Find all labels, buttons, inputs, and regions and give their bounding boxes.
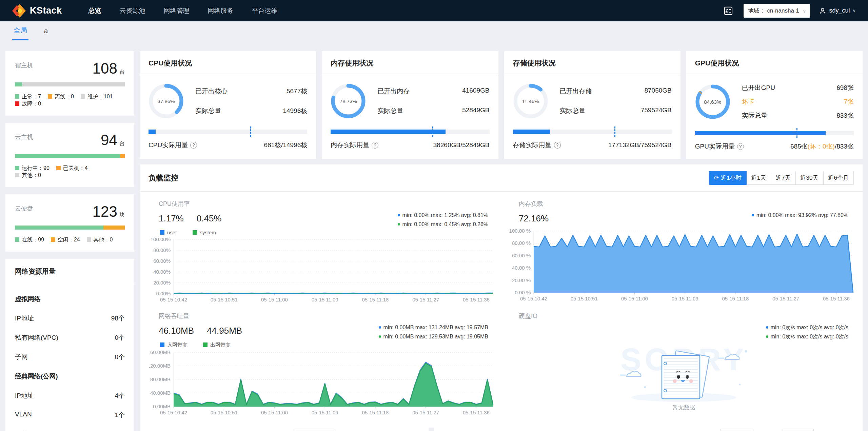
usage-threshold-marker: [614, 126, 615, 137]
chart-stats: min: 0次/s max: 0次/s avg: 0次/smin: 0次/s m…: [766, 323, 848, 341]
usage-row: 已开出内存41609GB: [377, 87, 489, 96]
checklist-icon-button[interactable]: [722, 4, 735, 17]
legend-offline[interactable]: 离线：0: [48, 93, 74, 100]
chart-legend-入网带宽[interactable]: 入网带宽: [160, 342, 188, 348]
legend-text: 其他：0: [22, 172, 41, 178]
net-row-value: 4个: [115, 391, 125, 400]
usage-progress-fill: [695, 131, 826, 135]
maintenance-swatch: [81, 94, 85, 99]
legend-text: 故障：0: [22, 101, 41, 106]
svg-text:80.00 %: 80.00 %: [512, 240, 531, 246]
range-1d[interactable]: 近1天: [746, 171, 771, 185]
usage-row: 实际总量833张: [742, 111, 854, 120]
help-icon[interactable]: ?: [737, 143, 744, 150]
nav-item-network-mgmt[interactable]: 网络管理: [164, 6, 190, 15]
chart-legend: 入网带宽出网带宽: [160, 342, 498, 348]
usage-footer-label: 存储实际用量: [513, 141, 552, 149]
usage-row: 已开出存储87050GB: [560, 87, 672, 96]
legend-fault[interactable]: 故障：0: [15, 100, 41, 107]
usage-row: 已开出核心5677核: [195, 87, 307, 96]
svg-text:40.00%: 40.00%: [153, 269, 171, 275]
svg-text:05-15 10:51: 05-15 10:51: [571, 296, 598, 301]
range-7d[interactable]: 近7天: [771, 171, 795, 185]
chart-plot: 100.00 %80.00 %60.00 %40.00 %20.00 %0.00…: [509, 228, 859, 304]
net-row: 私有网络(VPC)0个: [15, 333, 125, 342]
nav-item-cloud-pools[interactable]: 云资源池: [120, 6, 145, 15]
brand[interactable]: KStack: [12, 3, 62, 19]
usage-row-label: 实际总量: [742, 111, 768, 120]
partial-button[interactable]: [294, 429, 334, 431]
chart-cpu-usage: CPU使用率 1.17%0.45% min: 0.00% max: 1.25% …: [143, 195, 503, 307]
help-icon[interactable]: ?: [190, 142, 197, 149]
range-6m[interactable]: 近6个月: [823, 171, 854, 185]
svg-text:160.00MB: 160.00MB: [149, 349, 171, 355]
net-row-label: VLAN: [15, 411, 32, 419]
legend-maintenance[interactable]: 维护：101: [81, 93, 113, 100]
svg-text:05-15 11:00: 05-15 11:00: [261, 410, 288, 415]
status-bar: [15, 82, 125, 86]
usage-row: 坏卡7张: [742, 97, 854, 106]
chart-legend-system[interactable]: system: [193, 230, 216, 235]
legend-online[interactable]: 在线：99: [15, 236, 44, 243]
region-select[interactable]: 地域： cn-nansha-1 ∨: [744, 4, 810, 18]
nav-item-overview[interactable]: 总览: [88, 6, 101, 15]
svg-text:100.00%: 100.00%: [151, 236, 171, 242]
usage-progress-fill: [513, 130, 550, 134]
chart-legend-label: 出网带宽: [210, 342, 231, 348]
partial-button[interactable]: [721, 429, 753, 431]
svg-text:40.00 %: 40.00 %: [512, 265, 531, 271]
footer-value-part: 38260GB/52849GB: [433, 141, 490, 149]
legend-normal[interactable]: 正常：7: [15, 93, 41, 100]
svg-text:20.00%: 20.00%: [153, 280, 171, 286]
stat-text: min: 0.00% max: 1.25% avg: 0.81%: [402, 212, 488, 218]
legend-idle[interactable]: 空闲：24: [51, 236, 80, 243]
tab-global[interactable]: 全局: [12, 21, 28, 40]
net-row-label: IP地址: [15, 391, 34, 400]
usage-card-title: 存储使用状况: [504, 51, 680, 74]
svg-text:05-15 11:27: 05-15 11:27: [772, 296, 799, 301]
footer-value-part: 177132GB/759524GB: [608, 141, 672, 149]
user-menu[interactable]: sdy_cui ∨: [819, 7, 856, 15]
legend-stopped[interactable]: 已关机：4: [56, 165, 88, 172]
chart-legend-出网带宽[interactable]: 出网带宽: [203, 342, 231, 348]
plot-svg: 100.00%80.00%60.00%40.00%20.00%0.00%05-1…: [149, 236, 498, 304]
usage-footer-label-wrap: GPU实际用量?: [695, 142, 744, 151]
net-row: 子网0个: [15, 353, 125, 361]
partial-button[interactable]: [783, 429, 814, 431]
chart-legend-user[interactable]: user: [160, 230, 177, 235]
nav-item-platform-ops[interactable]: 平台运维: [252, 6, 278, 15]
usage-rows: 已开出内存41609GB实际总量52849GB: [377, 87, 489, 115]
stat-dot: [766, 326, 768, 329]
help-icon[interactable]: ?: [554, 142, 561, 149]
legend-other[interactable]: 其他：0: [15, 172, 41, 179]
range-30d[interactable]: 近30天: [795, 171, 824, 185]
legend-other[interactable]: 其他：0: [87, 236, 113, 243]
usage-row-value: 698张: [836, 83, 854, 92]
left-column: 宿主机 108台 正常：7离线：0维护：101故障：0 云主机 94台 运行中：…: [5, 51, 134, 431]
refresh-icon: ⟳: [714, 175, 719, 181]
tab-a[interactable]: a: [43, 22, 49, 40]
stat-dot: [379, 335, 381, 338]
usage-row-label: 实际总量: [195, 106, 221, 115]
usage-footer-value: 685张(坏：0张)/833张: [790, 142, 854, 151]
legend-running[interactable]: 运行中：90: [15, 165, 50, 172]
brand-name: KStack: [30, 5, 62, 16]
net-row-value: 98个: [111, 314, 125, 323]
range-1h[interactable]: ⟳近1小时: [709, 171, 747, 185]
stat-count-number: 123: [93, 203, 117, 220]
svg-text:05-15 11:36: 05-15 11:36: [463, 410, 490, 415]
donut-chart: 11.46%: [513, 83, 548, 119]
help-icon[interactable]: ?: [372, 142, 378, 149]
svg-text:05-15 11:09: 05-15 11:09: [312, 410, 338, 415]
status-legend: 在线：99空闲：24其他：0: [15, 236, 125, 243]
usage-row-value: 87050GB: [644, 87, 671, 96]
no-data-text: 暂无数据: [672, 404, 695, 411]
usage-row: 已开出GPU698张: [742, 83, 854, 92]
legend-text: 空闲：24: [58, 237, 80, 242]
svg-text:05-15 11:00: 05-15 11:00: [621, 296, 648, 301]
stat-card-title: 云主机: [15, 132, 33, 141]
usage-footer-value: 38260GB/52849GB: [433, 141, 490, 149]
usage-footer-label: CPU实际用量: [149, 141, 188, 149]
monitor-title: 负载监控: [149, 173, 178, 183]
nav-item-network-services[interactable]: 网络服务: [208, 6, 234, 15]
